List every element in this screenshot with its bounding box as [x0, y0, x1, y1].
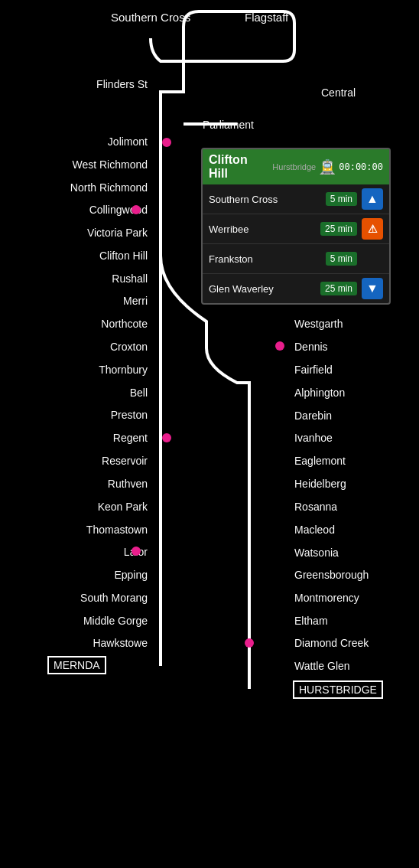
eltham-label: Eltham — [294, 615, 328, 627]
southern-cross-label: Southern Cross — [111, 11, 190, 24]
dot-jolimont — [162, 138, 171, 147]
departure-row-1[interactable]: Werribee 25 min ⚠ — [203, 214, 389, 244]
departure-clock: 00:00:00 — [339, 162, 383, 172]
heidelberg-label: Heidelberg — [294, 478, 346, 490]
jolimont-label: Jolimont — [108, 135, 148, 148]
bell-label: Bell — [130, 387, 148, 399]
middle-gorge-label: Middle Gorge — [83, 615, 148, 627]
hawkstowe-label: Hawkstowe — [93, 637, 148, 649]
dot-collingwood — [132, 205, 141, 214]
departure-station: Clifton Hill — [209, 153, 269, 181]
croxton-label: Croxton — [110, 341, 148, 353]
montmorency-label: Montmorency — [294, 592, 359, 604]
hurstbridge-terminus: HURSTBRIDGE — [293, 680, 383, 699]
dot-regent — [162, 433, 171, 442]
departure-btn-0[interactable]: ▲ — [362, 188, 383, 210]
departure-dest-0: Southern Cross — [209, 194, 326, 205]
clifton-hill-label: Clifton Hill — [99, 250, 148, 262]
regent-label: Regent — [113, 432, 148, 444]
flinders-st-label: Flinders St — [96, 78, 148, 90]
dot-dennis — [275, 341, 284, 351]
northcote-label: Northcote — [101, 318, 148, 330]
dot-lalor — [132, 547, 141, 556]
departure-mins-0: 5 min — [326, 192, 357, 206]
reservoir-label: Reservoir — [102, 455, 148, 467]
north-richmond-label: North Richmond — [70, 181, 148, 194]
thornbury-label: Thornbury — [99, 364, 148, 376]
dot-hawkstowe — [245, 638, 254, 648]
departure-subtitle: Hurstbridge — [272, 162, 316, 171]
victoria-park-label: Victoria Park — [87, 227, 148, 239]
departure-mins-3: 25 min — [320, 282, 357, 295]
departure-dest-1: Werribee — [209, 224, 320, 235]
greensborough-label: Greensborough — [294, 569, 369, 581]
keon-park-label: Keon Park — [98, 501, 148, 513]
rushall-label: Rushall — [112, 272, 148, 285]
departure-board-header: Clifton Hill Hurstbridge 🚊 00:00:00 — [203, 149, 389, 184]
mernda-terminus: MERNDA — [47, 656, 106, 674]
westgarth-label: Westgarth — [294, 318, 343, 330]
departure-board[interactable]: Clifton Hill Hurstbridge 🚊 00:00:00 Sout… — [201, 148, 391, 305]
departure-row-0[interactable]: Southern Cross 5 min ▲ — [203, 184, 389, 214]
departure-mins-2: 5 min — [326, 252, 357, 266]
departure-dest-2: Frankston — [209, 253, 326, 265]
train-icon: 🚊 — [319, 158, 336, 175]
rosanna-label: Rosanna — [294, 501, 337, 513]
merri-label: Merri — [123, 295, 148, 307]
departure-btn-1[interactable]: ⚠ — [362, 218, 383, 240]
alphington-label: Alphington — [294, 387, 345, 399]
ruthven-label: Ruthven — [108, 478, 148, 490]
departure-btn-2[interactable] — [362, 248, 383, 269]
west-richmond-label: West Richmond — [72, 158, 148, 171]
flagstaff-label: Flagstaff — [245, 11, 288, 24]
south-morang-label: South Morang — [80, 592, 148, 604]
macleod-label: Macleod — [294, 524, 335, 536]
ivanhoe-label: Ivanhoe — [294, 432, 333, 444]
watsonia-label: Watsonia — [294, 547, 339, 559]
parliament-label: Parliament — [203, 119, 254, 131]
departure-row-3[interactable]: Glen Waverley 25 min ▼ — [203, 274, 389, 303]
diamond-creek-label: Diamond Creek — [294, 637, 369, 649]
central-label: Central — [321, 86, 356, 99]
thomastown-label: Thomastown — [86, 524, 148, 536]
map-container: Southern Cross Flagstaff Central Flinder… — [0, 0, 419, 868]
departure-mins-1: 25 min — [320, 222, 357, 236]
fairfield-label: Fairfield — [294, 364, 333, 376]
departure-row-2[interactable]: Frankston 5 min — [203, 244, 389, 274]
preston-label: Preston — [111, 409, 148, 421]
darebin-label: Darebin — [294, 410, 332, 422]
epping-label: Epping — [114, 569, 148, 581]
departure-dest-3: Glen Waverley — [209, 283, 320, 295]
wattle-glen-label: Wattle Glen — [294, 660, 350, 672]
dennis-label: Dennis — [294, 341, 328, 353]
eaglemont-label: Eaglemont — [294, 455, 346, 467]
departure-btn-3[interactable]: ▼ — [362, 278, 383, 299]
